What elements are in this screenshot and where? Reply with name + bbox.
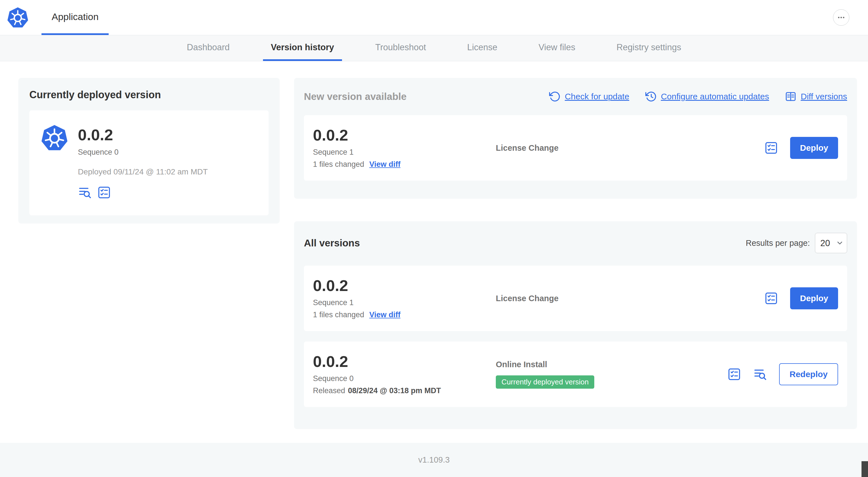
nav-tab-view-files[interactable]: View files	[530, 35, 583, 61]
version-info: 0.0.2 Sequence 0 Released 08/29/24 @ 03:…	[313, 353, 496, 395]
app-nav: Dashboard Version history Troubleshoot L…	[0, 35, 868, 61]
deployed-actions	[78, 185, 208, 200]
source-label: License Change	[496, 143, 764, 153]
release-notes-icon[interactable]	[78, 185, 92, 200]
tab-application[interactable]: Application	[41, 0, 108, 35]
nav-tab-registry-settings[interactable]: Registry settings	[609, 35, 689, 61]
files-changed-label: 1 files changed	[313, 160, 364, 169]
source-label: Online Install	[496, 360, 727, 369]
clock-refresh-icon	[645, 91, 657, 102]
footer: v1.109.3	[0, 443, 868, 477]
top-bar: Application	[0, 0, 868, 35]
new-version-title: New version available	[304, 91, 407, 102]
version-list: 0.0.2 Sequence 1 1 files changed View di…	[304, 266, 847, 407]
version-actions: Redeploy	[727, 363, 838, 385]
update-actions: Check for update Configure automatic upd…	[549, 91, 847, 102]
preflight-checks-icon[interactable]	[727, 367, 741, 381]
version-sequence: Sequence 0	[313, 374, 496, 383]
version-actions: Deploy	[764, 137, 838, 159]
version-source: Online Install Currently deployed versio…	[496, 360, 727, 389]
ellipsis-icon	[837, 13, 846, 22]
results-per-page: Results per page: 20	[746, 233, 847, 253]
diff-versions-link[interactable]: Diff versions	[785, 91, 847, 102]
version-info: 0.0.2 Sequence 1 1 files changed View di…	[313, 127, 496, 169]
results-per-page-label: Results per page:	[746, 239, 810, 248]
version-sequence: Sequence 1	[313, 298, 496, 307]
version-row-sequence-0: 0.0.2 Sequence 0 Released 08/29/24 @ 03:…	[304, 341, 847, 407]
results-per-page-select[interactable]: 20	[815, 233, 847, 253]
version-number: 0.0.2	[313, 353, 496, 370]
all-versions-title: All versions	[304, 237, 360, 249]
version-number: 0.0.2	[313, 277, 496, 294]
version-info: 0.0.2 Sequence 1 1 files changed View di…	[313, 277, 496, 320]
files-changed-label: 1 files changed	[313, 310, 364, 319]
console-version: v1.109.3	[418, 455, 450, 465]
more-menu-button[interactable]	[833, 9, 849, 26]
view-diff-link[interactable]: View diff	[369, 310, 401, 319]
kubernetes-app-icon	[41, 124, 68, 152]
nav-tab-troubleshoot[interactable]: Troubleshoot	[367, 35, 434, 61]
deployed-timestamp: Deployed 09/11/24 @ 11:02 am MDT	[78, 168, 208, 176]
refresh-icon	[549, 91, 561, 102]
preflight-checks-icon[interactable]	[764, 141, 778, 155]
version-source: License Change	[496, 294, 764, 303]
main-content: Currently deployed version	[0, 61, 868, 443]
source-label: License Change	[496, 294, 764, 303]
deployed-version-number: 0.0.2	[78, 127, 208, 143]
right-column: New version available Check for update C…	[294, 78, 857, 429]
version-sequence: Sequence 1	[313, 148, 496, 157]
version-number: 0.0.2	[313, 127, 496, 144]
configure-automatic-updates-link[interactable]: Configure automatic updates	[645, 91, 769, 102]
kubernetes-logo-icon	[7, 6, 29, 29]
released-label: Released	[313, 386, 345, 395]
release-notes-icon[interactable]	[753, 367, 767, 381]
new-version-card: New version available Check for update C…	[294, 78, 857, 199]
diff-versions-icon	[785, 91, 797, 102]
version-actions: Deploy	[764, 287, 838, 309]
new-version-header: New version available Check for update C…	[304, 91, 847, 102]
app-tab-label: Application	[52, 11, 98, 22]
preflight-checks-icon[interactable]	[97, 185, 111, 200]
preflight-checks-icon[interactable]	[764, 291, 778, 305]
currently-deployed-card: Currently deployed version	[18, 78, 280, 223]
released-date: 08/29/24 @ 03:18 pm MDT	[348, 386, 441, 395]
view-diff-link[interactable]: View diff	[369, 160, 401, 169]
currently-deployed-title: Currently deployed version	[29, 89, 269, 101]
nav-tab-license[interactable]: License	[459, 35, 505, 61]
check-for-update-link[interactable]: Check for update	[549, 91, 629, 102]
deploy-button[interactable]: Deploy	[790, 137, 838, 159]
deployed-sequence: Sequence 0	[78, 148, 208, 157]
version-row-sequence-1: 0.0.2 Sequence 1 1 files changed View di…	[304, 266, 847, 331]
redeploy-button[interactable]: Redeploy	[779, 363, 838, 385]
nav-tab-version-history[interactable]: Version history	[263, 35, 342, 61]
deploy-button[interactable]: Deploy	[790, 287, 838, 309]
nav-tab-dashboard[interactable]: Dashboard	[179, 35, 238, 61]
version-source: License Change	[496, 143, 764, 153]
all-versions-header: All versions Results per page: 20	[304, 233, 847, 253]
all-versions-card: All versions Results per page: 20	[294, 221, 857, 429]
deployed-version-card: 0.0.2 Sequence 0 Deployed 09/11/24 @ 11:…	[29, 110, 269, 215]
new-version-row: 0.0.2 Sequence 1 1 files changed View di…	[304, 115, 847, 181]
scrollbar-thumb[interactable]	[862, 461, 868, 477]
deployed-version-details: 0.0.2 Sequence 0 Deployed 09/11/24 @ 11:…	[78, 124, 208, 202]
currently-deployed-badge: Currently deployed version	[496, 376, 594, 389]
